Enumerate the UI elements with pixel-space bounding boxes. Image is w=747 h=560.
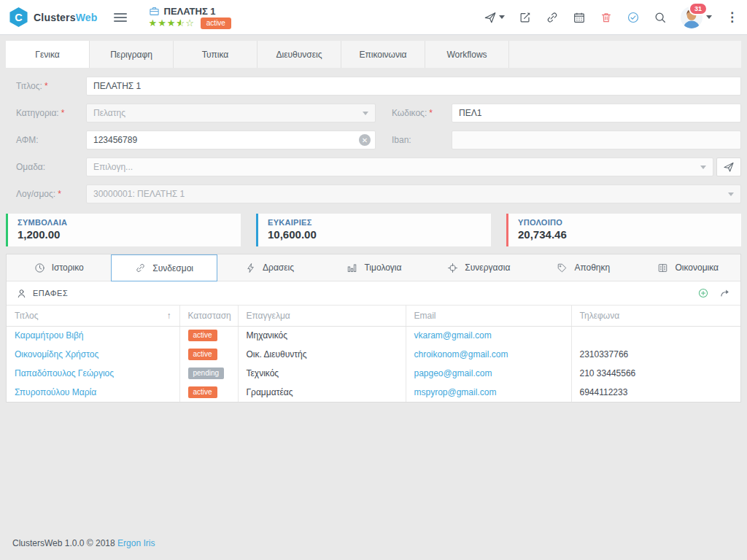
check-circle-icon[interactable] bbox=[627, 11, 640, 24]
copyright-text: ClustersWeb 1.0.0 © 2018 bbox=[12, 538, 115, 548]
subtab-istoriko[interactable]: Ιστορικο bbox=[7, 254, 111, 281]
tab-epikoinonia[interactable]: Επικοινωνια bbox=[341, 41, 425, 68]
menu-toggle-icon[interactable] bbox=[114, 11, 127, 24]
chevron-down-icon bbox=[728, 192, 734, 196]
contact-profession: Γραμματέας bbox=[238, 383, 406, 402]
star-full-icon bbox=[158, 18, 167, 28]
user-menu[interactable]: 31 bbox=[681, 7, 712, 28]
brand-name: ClustersWeb bbox=[34, 12, 98, 23]
contact-name-link[interactable]: Σπυροπούλου Μαρία bbox=[15, 387, 96, 397]
subtab-timologia[interactable]: Τιμολογια bbox=[322, 254, 426, 281]
table-row: Οικονομίδης Χρήστος active Οικ. Διευθυντ… bbox=[7, 345, 740, 364]
tab-dieythynseis[interactable]: Διευθυνσεις bbox=[258, 41, 341, 68]
account-label: Λογ/σμος:* bbox=[6, 189, 80, 199]
subtab-syndesmoi[interactable]: Συνδεσμοι bbox=[111, 254, 217, 281]
tab-perigrafi[interactable]: Περιγραφη bbox=[90, 41, 174, 68]
table-row: Καραμήτρου Βιβή active Μηχανικός vkaram@… bbox=[7, 326, 740, 345]
stat-label: ΣΥΜΒΟΛΑΙΑ bbox=[18, 218, 231, 227]
detail-tabbar: Ιστορικο Συνδεσμοι Δρασεις Τιμολογια Συν… bbox=[7, 254, 740, 281]
record-title: ΠΕΛΑΤΗΣ 1 bbox=[164, 6, 216, 17]
sort-asc-icon: ↑ bbox=[167, 311, 171, 321]
more-menu-icon[interactable] bbox=[726, 11, 738, 23]
app-logo[interactable]: C ClustersWeb bbox=[9, 7, 98, 28]
contact-name-link[interactable]: Καραμήτρου Βιβή bbox=[15, 330, 84, 341]
table-row: Παπαδόπουλος Γεώργιος pending Τεχνικός p… bbox=[7, 364, 740, 383]
contact-phone: 210 33445566 bbox=[571, 364, 740, 383]
contact-email-link[interactable]: mspyrop@gmail.com bbox=[414, 387, 497, 397]
stat-label: ΥΠΟΛΟΙΠΟ bbox=[518, 218, 732, 227]
group-navigate-button[interactable] bbox=[716, 158, 741, 176]
required-marker: * bbox=[44, 81, 48, 91]
contact-profession: Τεχνικός bbox=[238, 364, 406, 383]
vat-input[interactable] bbox=[86, 131, 376, 149]
edit-icon[interactable] bbox=[519, 11, 532, 24]
contact-status-badge: pending bbox=[188, 368, 225, 379]
stat-value: 20,734.46 bbox=[518, 228, 732, 241]
record-form: Τιτλος:* Κατηγορια:* Πελατης Κωδικος:* Α… bbox=[6, 77, 741, 203]
contact-name-link[interactable]: Οικονομίδης Χρήστος bbox=[15, 349, 98, 359]
app-header: C ClustersWeb ΠΕΛΑΤΗΣ 1 active bbox=[0, 0, 747, 35]
title-label: Τιτλος:* bbox=[6, 81, 80, 91]
main-content: Γενικα Περιγραφη Τυπικα Διευθυνσεις Επικ… bbox=[0, 35, 747, 529]
star-full-icon bbox=[167, 18, 177, 28]
column-header-email[interactable]: Email bbox=[406, 306, 571, 326]
contact-email-link[interactable]: papgeo@gmail.com bbox=[414, 368, 492, 378]
account-select[interactable]: 30000001: ΠΕΛΑΤΗΣ 1 bbox=[86, 184, 741, 203]
contacts-toolbar: ΕΠΑΦΕΣ bbox=[7, 281, 740, 306]
notification-count-badge[interactable]: 31 bbox=[689, 2, 708, 15]
column-header-phone[interactable]: Τηλεφωνα bbox=[571, 306, 740, 326]
target-icon bbox=[447, 262, 458, 273]
contact-email-link[interactable]: chroikonom@gmail.com bbox=[414, 349, 508, 359]
forward-icon[interactable] bbox=[719, 287, 731, 299]
link-icon[interactable] bbox=[546, 11, 559, 24]
star-half-icon bbox=[177, 18, 186, 28]
person-icon bbox=[16, 288, 27, 299]
contact-status-badge: active bbox=[188, 330, 217, 341]
contact-status-badge: active bbox=[188, 386, 217, 398]
send-icon[interactable] bbox=[484, 11, 505, 24]
chevron-down-icon bbox=[499, 15, 505, 19]
logo-hexagon-icon: C bbox=[9, 7, 28, 28]
column-header-title[interactable]: Τιτλος↑ bbox=[7, 306, 179, 326]
star-empty-icon bbox=[185, 18, 195, 28]
bar-chart-icon bbox=[347, 262, 357, 273]
subtab-oikonomika[interactable]: Οικονομικα bbox=[636, 254, 740, 281]
search-icon[interactable] bbox=[654, 11, 667, 24]
required-marker: * bbox=[61, 108, 65, 118]
group-select[interactable]: Επιλογη... bbox=[86, 158, 713, 176]
trash-icon[interactable] bbox=[600, 11, 613, 24]
stat-card-contracts: ΣΥΜΒΟΛΑΙΑ 1,200.00 bbox=[6, 214, 241, 246]
title-input[interactable] bbox=[86, 77, 741, 96]
clock-icon bbox=[34, 262, 45, 273]
category-select[interactable]: Πελατης bbox=[86, 104, 376, 122]
contact-email-link[interactable]: vkaram@gmail.com bbox=[414, 330, 492, 341]
clear-icon[interactable] bbox=[359, 134, 371, 146]
tab-typika[interactable]: Τυπικα bbox=[174, 41, 258, 68]
contact-phone: 6944112233 bbox=[571, 383, 740, 402]
link-icon bbox=[135, 262, 146, 273]
calendar-icon[interactable] bbox=[573, 11, 586, 24]
vendor-link[interactable]: Ergon Iris bbox=[117, 538, 155, 548]
chevron-down-icon bbox=[706, 15, 712, 19]
add-contact-icon[interactable] bbox=[697, 287, 709, 299]
subtab-apothiki[interactable]: Αποθηκη bbox=[531, 254, 635, 281]
subtab-draseis[interactable]: Δρασεις bbox=[217, 254, 322, 281]
tab-genika[interactable]: Γενικα bbox=[6, 41, 90, 68]
contacts-section-title: ΕΠΑΦΕΣ bbox=[33, 289, 68, 298]
contact-name-link[interactable]: Παπαδόπουλος Γεώργιος bbox=[15, 368, 114, 378]
code-input[interactable] bbox=[452, 104, 741, 122]
subtab-synergasia[interactable]: Συνεργασια bbox=[427, 254, 531, 281]
tab-workflows[interactable]: Workflows bbox=[425, 41, 509, 68]
ledger-icon bbox=[657, 262, 668, 273]
record-header: ΠΕΛΑΤΗΣ 1 active bbox=[149, 6, 231, 29]
group-label: Ομαδα: bbox=[6, 162, 80, 172]
required-marker: * bbox=[58, 189, 61, 199]
svg-text:C: C bbox=[15, 12, 23, 23]
column-header-profession[interactable]: Επαγγελμα bbox=[238, 306, 406, 326]
iban-input[interactable] bbox=[452, 131, 741, 149]
column-header-status[interactable]: Κατασταση bbox=[179, 306, 238, 326]
rating-stars[interactable] bbox=[149, 18, 195, 28]
contact-profession: Μηχανικός bbox=[238, 326, 406, 345]
table-row: Σπυροπούλου Μαρία active Γραμματέας mspy… bbox=[7, 383, 740, 402]
stat-card-balance: ΥΠΟΛΟΙΠΟ 20,734.46 bbox=[506, 214, 741, 246]
